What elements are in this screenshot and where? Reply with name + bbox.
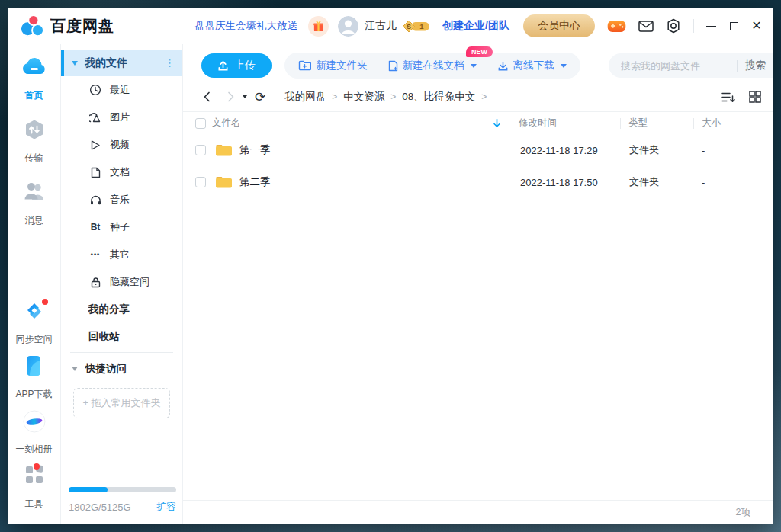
notification-dot [42, 299, 48, 305]
row-checkbox[interactable] [195, 145, 206, 155]
favorite-folder-dropzone[interactable]: + 拖入常用文件夹 [73, 388, 170, 418]
rail-label: 一刻相册 [16, 443, 53, 456]
header-size[interactable]: 大小 [694, 117, 761, 130]
expand-caret-icon[interactable] [72, 61, 78, 66]
actions-separator [378, 60, 378, 71]
sidenav-item-music[interactable]: 音乐 [61, 186, 182, 213]
header-modified[interactable]: 修改时间 [509, 117, 620, 130]
select-all-checkbox[interactable] [195, 118, 206, 129]
refresh-icon[interactable]: ⟳ [255, 91, 265, 104]
app-download-phone-icon [26, 355, 41, 377]
sidenav-item-other[interactable]: ••• 其它 [61, 241, 182, 268]
offline-download-button[interactable]: 离线下载 [497, 59, 567, 72]
member-center-button[interactable]: 会员中心 [523, 14, 595, 37]
promo-link[interactable]: 盘盘庆生会壕礼大放送 [194, 19, 297, 33]
file-size: - [694, 145, 761, 156]
rail-item-photos[interactable]: 一刻相册 [16, 410, 53, 456]
storage-progress-bar[interactable] [69, 487, 176, 492]
rail-item-sync-space[interactable]: 同步空间 [16, 300, 53, 346]
sidenav-item-documents[interactable]: 文档 [61, 159, 182, 186]
rail-item-app-download[interactable]: APP下载 [15, 355, 52, 401]
upload-icon [217, 60, 229, 72]
category-label: 视频 [110, 138, 130, 152]
rail-item-messages[interactable]: 消息 [24, 181, 45, 227]
collapse-caret-icon[interactable] [72, 367, 78, 371]
upload-button[interactable]: 上传 [201, 53, 272, 78]
breadcrumb-item-2[interactable]: 08、比得兔中文 [402, 90, 475, 104]
avatar[interactable] [338, 16, 358, 37]
forward-button[interactable] [224, 91, 236, 103]
file-name[interactable]: 第二季 [239, 175, 271, 189]
rail-label: APP下载 [15, 388, 52, 401]
games-icon[interactable] [607, 20, 626, 33]
sidenav-item-hidden-space[interactable]: 隐藏空间 [61, 268, 182, 296]
sidenav-item-videos[interactable]: 视频 [61, 131, 182, 159]
category-label: 其它 [110, 248, 130, 261]
sidenav-item-my-files[interactable]: 我的文件 ⋮ [61, 50, 182, 76]
sidenav-divider [70, 352, 173, 353]
close-button[interactable]: ✕ [750, 20, 763, 32]
expand-storage-link[interactable]: 扩容 [156, 500, 176, 514]
breadcrumb-item-1[interactable]: 中文资源 [343, 90, 384, 104]
search-input[interactable] [621, 60, 729, 72]
toolbar: 上传 NEW 新建文件夹 新建在线文 [183, 49, 773, 82]
grid-view-icon[interactable] [749, 91, 761, 103]
sort-desc-icon[interactable] [493, 118, 501, 128]
row-checkbox[interactable] [195, 177, 206, 187]
sidenav-item-recycle-bin[interactable]: 回收站 [61, 323, 182, 351]
table-row[interactable]: 第二季 2022-11-18 17:50 文件夹 - [183, 166, 773, 198]
rail-label: 首页 [25, 89, 43, 102]
rail-item-home[interactable]: 首页 [22, 56, 47, 102]
new-folder-button[interactable]: 新建文件夹 [298, 59, 368, 72]
sidenav-item-quick-access[interactable]: 快捷访问 [61, 354, 182, 383]
category-label: 文档 [110, 165, 130, 179]
sidenav-item-my-share[interactable]: 我的分享 [61, 296, 182, 323]
photo-album-lens-icon [23, 410, 46, 433]
sidenav-item-torrents[interactable]: Bt 种子 [61, 213, 182, 241]
storage-quota: 1802G/5125G [69, 502, 131, 513]
sort-order-icon[interactable] [721, 91, 735, 103]
header-type[interactable]: 类型 [621, 117, 693, 130]
notification-dot [34, 463, 40, 470]
sidenav-item-pictures[interactable]: 图片 [61, 104, 182, 131]
breadcrumb-item-root[interactable]: 我的网盘 [284, 90, 326, 104]
gift-icon[interactable] [308, 16, 329, 37]
headphones-icon [88, 194, 102, 205]
username[interactable]: 江古儿 [365, 19, 397, 33]
new-folder-label: 新建文件夹 [316, 59, 368, 72]
rail-label: 同步空间 [16, 333, 53, 346]
table-row[interactable]: 第一季 2022-11-18 17:29 文件夹 - [183, 134, 773, 166]
chevron-down-icon [561, 64, 567, 68]
category-label: 最近 [110, 83, 130, 97]
more-menu-icon[interactable]: ⋮ [165, 59, 175, 67]
chevron-down-icon [471, 64, 477, 68]
mail-icon[interactable] [638, 21, 654, 32]
baidu-netdisk-logo-icon [20, 14, 44, 37]
minimize-button[interactable] [705, 20, 717, 32]
new-online-doc-button[interactable]: 新建在线文档 [388, 59, 477, 72]
header-filename[interactable]: 文件名 [212, 117, 241, 130]
clock-icon [88, 84, 102, 96]
file-modified: 2022-11-18 17:50 [511, 177, 622, 188]
sidenav-item-recent[interactable]: 最近 [61, 76, 182, 104]
maximize-button[interactable] [728, 20, 740, 32]
my-files-label: 我的文件 [85, 56, 127, 70]
settings-gear-icon[interactable] [666, 18, 681, 34]
search-box: 搜索 [609, 53, 773, 78]
create-team-link[interactable]: 创建企业/团队 [442, 19, 509, 33]
back-button[interactable] [201, 91, 214, 103]
search-separator [737, 60, 738, 72]
actions-separator [487, 60, 487, 71]
file-type: 文件夹 [622, 175, 694, 189]
storage-progress-fill [69, 487, 108, 492]
svip-badge[interactable]: S 1 [401, 19, 432, 33]
rail-item-tools[interactable]: 工具 [24, 465, 44, 511]
sidenav: 我的文件 ⋮ 最近 图片 视频 [61, 44, 183, 524]
history-dropdown-icon[interactable] [243, 95, 247, 98]
svg-text:S: S [407, 23, 411, 30]
search-button[interactable]: 搜索 [745, 59, 766, 72]
folder-icon [215, 143, 233, 157]
rail-item-transfer[interactable]: 传输 [24, 119, 45, 165]
file-name[interactable]: 第一季 [239, 143, 271, 157]
category-label: 音乐 [110, 193, 130, 207]
